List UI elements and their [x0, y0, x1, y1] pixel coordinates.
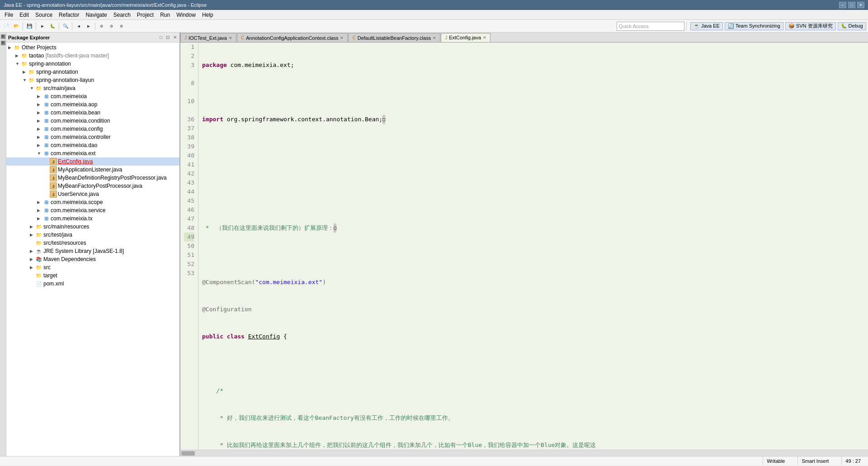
toolbar-new[interactable]: 📄 — [2, 22, 11, 31]
menu-window[interactable]: Window — [174, 11, 198, 19]
code-line-40: /* — [202, 386, 868, 395]
toolbar-forward[interactable]: ▶ — [84, 22, 93, 31]
code-line-blank1 — [202, 142, 868, 151]
panel-close-btn[interactable]: ✕ — [172, 34, 178, 40]
tree-mybeandefinition[interactable]: J MyBeanDefinitionRegistryPostProcessor.… — [6, 174, 179, 182]
menu-refactor[interactable]: Refactor — [56, 11, 82, 19]
panel-minimize-btn[interactable]: □ — [159, 34, 163, 40]
code-line-blank3 — [202, 251, 868, 260]
menu-file[interactable]: File — [2, 11, 16, 19]
toolbar-open[interactable]: 📂 — [12, 22, 21, 31]
tab-annotation[interactable]: C AnnotationConfigApplicationContext.cla… — [237, 33, 348, 42]
hscroll-thumb[interactable] — [181, 451, 195, 456]
perspective-svn[interactable]: 📦 SVN 资源库研究 — [785, 22, 836, 30]
code-editor[interactable]: 1 2 3 8 10 36 37 38 39 40 41 42 43 44 45… — [180, 43, 868, 450]
tree-src-main-java[interactable]: ▼ 📁 src/main/java — [6, 84, 179, 92]
menu-run[interactable]: Run — [157, 11, 173, 19]
close-button[interactable]: ✕ — [857, 2, 864, 8]
toolbar-save[interactable]: 💾 — [25, 22, 34, 31]
tree-mybeandefinition2[interactable]: J MyBeanFactoryPostProcessor.java — [6, 182, 179, 190]
tree-src-test-java[interactable]: ▶ 📁 src/test/java — [6, 231, 179, 239]
tree-src-test-resources[interactable]: 📁 src/test/resources — [6, 239, 179, 247]
package-explorer-header: Package Explorer □ ⊡ ✕ — [6, 33, 179, 43]
menu-source[interactable]: Source — [33, 11, 55, 19]
code-line-blank2 — [202, 196, 868, 205]
tree-src-main-resources[interactable]: ▶ 📁 src/main/resources — [6, 223, 179, 231]
tree-com-meimeixia-config[interactable]: ▶ ⊞ com.meimeixia.config — [6, 125, 179, 133]
tree-src[interactable]: ▶ 📁 src — [6, 263, 179, 271]
tab-icon-annotation: C — [241, 35, 244, 40]
tree-userservice[interactable]: J UserService.java — [6, 190, 179, 198]
tab-icon-defaultlistable: C — [352, 35, 355, 40]
main-layout: ≡ ≡ Package Explorer □ ⊡ ✕ ▶ 📁 Other Pro… — [0, 33, 868, 456]
left-icons-panel: ≡ ≡ — [0, 33, 6, 456]
tab-defaultlistable[interactable]: C DefaultListableBeanFactory.class ✕ — [348, 33, 440, 42]
toolbar-extra1[interactable]: ⚙ — [97, 22, 106, 31]
tree-com-meimeixia-dao[interactable]: ▶ ⊞ com.meimeixia.dao — [6, 141, 179, 149]
menu-help[interactable]: Help — [199, 11, 216, 19]
tab-close-annotation[interactable]: ✕ — [340, 36, 344, 40]
tree-com-meimeixia-tx[interactable]: ▶ ⊞ com.meimeixia.tx — [6, 214, 179, 223]
tab-ioctest[interactable]: J IOCTest_Ext.java ✕ — [180, 33, 236, 42]
panel-maximize-btn[interactable]: ⊡ — [165, 34, 170, 40]
code-line-3: import org.springframework.context.annot… — [202, 115, 868, 124]
editor-area: J IOCTest_Ext.java ✕ C AnnotationConfigA… — [180, 33, 868, 456]
tree-spring-annotation-sub[interactable]: ▶ 📁 spring-annotation — [6, 68, 179, 76]
tree-spring-annotation-liayun[interactable]: ▼ 📁 spring-annotation-liayun — [6, 76, 179, 84]
tree-com-meimeixia-aop[interactable]: ▶ ⊞ com.meimeixia.aop — [6, 100, 179, 109]
tab-label-ioctest: IOCTest_Ext.java — [189, 35, 227, 41]
tab-extconfig[interactable]: J ExtConfig.java ✕ — [441, 33, 491, 42]
editor-hscroll[interactable] — [180, 450, 868, 456]
tab-close-extconfig[interactable]: ✕ — [483, 35, 486, 40]
code-line-8 — [202, 169, 868, 178]
tree-maven-deps[interactable]: ▶ 📚 Maven Dependencies — [6, 255, 179, 263]
tree-com-meimeixia-ext[interactable]: ▼ ⊞ com.meimeixia.ext — [6, 149, 179, 157]
toolbar-back[interactable]: ◀ — [74, 22, 83, 31]
toolbar-extra2[interactable]: ⚙ — [107, 22, 116, 31]
menu-navigate[interactable]: Navigate — [83, 11, 109, 19]
status-bar: Writable Smart Insert 49 : 27 — [0, 456, 868, 465]
tree-com-meimeixia-condition[interactable]: ▶ ⊞ com.meimeixia.condition — [6, 117, 179, 125]
toolbar-search[interactable]: 🔍 — [61, 22, 70, 31]
tree-other-projects[interactable]: ▶ 📁 Other Projects — [6, 43, 179, 52]
toolbar-run[interactable]: ▶ — [38, 22, 47, 31]
perspective-debug[interactable]: 🐛 Debug — [838, 22, 866, 30]
code-line-37: @Configuration — [202, 305, 868, 314]
toolbar-extra3[interactable]: ⚙ — [117, 22, 126, 31]
tab-close-ioctest[interactable]: ✕ — [229, 36, 232, 40]
perspective-team[interactable]: 🔄 Team Synchronizing — [725, 22, 783, 30]
perspective-javaee[interactable]: ☕ Java EE — [690, 22, 723, 30]
toolbar-sep-4 — [72, 22, 72, 30]
code-content[interactable]: package com.meimeixia.ext; import org.sp… — [198, 43, 868, 450]
quick-access-input[interactable]: Quick Access — [617, 22, 684, 31]
toolbar-debug[interactable]: 🐛 — [48, 22, 57, 31]
status-writable: Writable — [763, 456, 788, 465]
tree-com-meimeixia-service[interactable]: ▶ ⊞ com.meimeixia.service — [6, 206, 179, 214]
menu-edit[interactable]: Edit — [17, 11, 32, 19]
tree-com-meimeixia-controller[interactable]: ▶ ⊞ com.meimeixia.controller — [6, 133, 179, 141]
tree-myapplistener[interactable]: J MyApplicationListener.java — [6, 166, 179, 174]
quick-access-label: Quick Access — [619, 24, 649, 29]
code-line-42: * 比如我们再给这里面来加上几个组件，把我们以前的这几个组件，我们来加几个，比如… — [202, 441, 868, 450]
toolbar-sep-6 — [686, 22, 687, 30]
tree-com-meimeixia[interactable]: ▶ ⊞ com.meimeixia — [6, 92, 179, 100]
tree-extconfig-java[interactable]: J ExtConfig.java — [6, 157, 179, 166]
left-icon-1[interactable]: ≡ — [1, 34, 5, 39]
maximize-button[interactable]: □ — [848, 2, 855, 8]
tree-com-meimeixia-scope[interactable]: ▶ ⊞ com.meimeixia.scope — [6, 198, 179, 206]
minimize-button[interactable]: ─ — [839, 2, 846, 8]
tree-spring-annotation[interactable]: ▼ 📁 spring-annotation — [6, 60, 179, 68]
tree-taotao[interactable]: ▶ 📁 taotao [fastdfs-client-java master] — [6, 52, 179, 60]
left-icon-2[interactable]: ≡ — [1, 41, 5, 45]
status-insert-mode: Smart Insert — [797, 456, 832, 465]
tree-pom[interactable]: 📄 pom.xml — [6, 280, 179, 288]
tab-icon-extconfig: J — [445, 35, 447, 40]
tree-target[interactable]: 📁 target — [6, 271, 179, 280]
menu-bar: File Edit Source Refactor Navigate Searc… — [0, 10, 868, 20]
tree-com-meimeixia-bean[interactable]: ▶ ⊞ com.meimeixia.bean — [6, 109, 179, 117]
tab-close-defaultlistable[interactable]: ✕ — [433, 36, 436, 40]
tree-jre-system[interactable]: ▶ ☕ JRE System Library [JavaSE-1.8] — [6, 247, 179, 255]
code-line-1: package com.meimeixia.ext; — [202, 61, 868, 70]
menu-project[interactable]: Project — [134, 11, 156, 19]
menu-search[interactable]: Search — [111, 11, 133, 19]
